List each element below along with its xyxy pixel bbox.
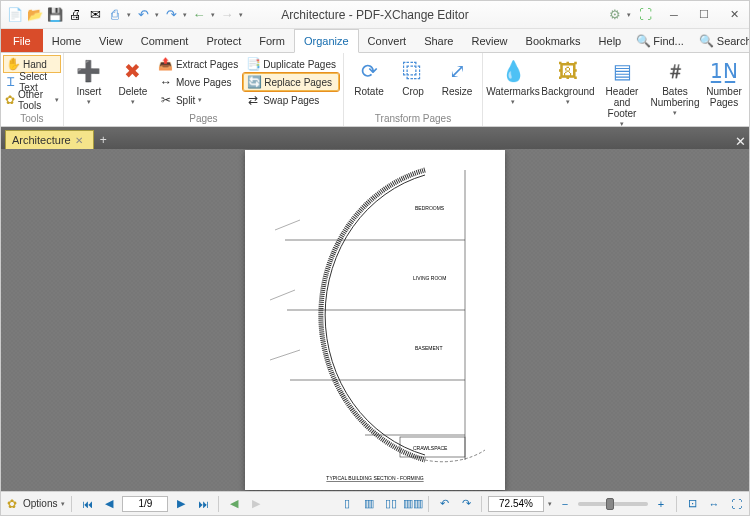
ribbon-tabs: File Home View Comment Protect Form Orga…	[1, 29, 749, 53]
back-icon[interactable]: ←	[191, 7, 207, 23]
room-label: BASEMENT	[415, 345, 443, 351]
close-button[interactable]: ✕	[719, 5, 749, 25]
background-button[interactable]: 🖼Background▾	[541, 55, 595, 106]
watermarks-button[interactable]: 💧Watermarks▾	[487, 55, 539, 106]
rotate-cw-button[interactable]: ↷	[457, 495, 475, 513]
two-page-view-button[interactable]: ▯▯	[382, 495, 400, 513]
redo-icon[interactable]: ↷	[163, 7, 179, 23]
options-gear-icon[interactable]: ✿	[5, 497, 19, 511]
email-icon[interactable]: ✉	[87, 7, 103, 23]
crop-button[interactable]: ⿻Crop	[392, 55, 434, 97]
tab-convert[interactable]: Convert	[359, 29, 416, 52]
hand-label: Hand	[23, 59, 47, 70]
minimize-button[interactable]: ─	[659, 5, 689, 25]
launch-icon[interactable]: ⛶	[637, 7, 653, 23]
other-label: Other Tools	[18, 89, 52, 111]
swap-pages-button[interactable]: ⇄Swap Pages	[243, 91, 339, 109]
ui-options-icon[interactable]: ⚙	[607, 7, 623, 23]
last-page-button[interactable]: ⏭	[194, 495, 212, 513]
tab-close-icon[interactable]: ✕	[75, 135, 83, 146]
replace-pages-button[interactable]: 🔄Replace Pages	[243, 73, 339, 91]
page-input[interactable]	[122, 496, 168, 512]
first-page-button[interactable]: ⏮	[78, 495, 96, 513]
nav-forward-button[interactable]: ▶	[247, 495, 265, 513]
redo-dropdown-icon[interactable]: ▾	[183, 11, 187, 19]
tab-home[interactable]: Home	[43, 29, 90, 52]
split-button[interactable]: ✂Split▾	[156, 91, 241, 109]
zoom-input[interactable]	[488, 496, 544, 512]
forward-dropdown-icon[interactable]: ▾	[239, 11, 243, 19]
print-icon[interactable]: 🖨	[67, 7, 83, 23]
watermarks-icon: 💧	[499, 57, 527, 85]
number-label: Number Pages	[706, 86, 742, 108]
open-icon[interactable]: 📂	[27, 7, 43, 23]
split-icon: ✂	[159, 93, 173, 107]
zoom-in-button[interactable]: +	[652, 495, 670, 513]
number-icon: 1̲N̲	[710, 57, 738, 85]
continuous-view-button[interactable]: ▥	[360, 495, 378, 513]
extract-pages-button[interactable]: 📤Extract Pages	[156, 55, 241, 73]
ui-options-dropdown-icon[interactable]: ▾	[627, 11, 631, 19]
find-icon: 🔍	[636, 34, 650, 48]
save-icon[interactable]: 💾	[47, 7, 63, 23]
next-page-button[interactable]: ▶	[172, 495, 190, 513]
background-label: Background	[541, 86, 594, 97]
delete-button[interactable]: ✖Delete▾	[112, 55, 154, 106]
forward-icon[interactable]: →	[219, 7, 235, 23]
tools-group: ✋Hand ᏆSelect Text ✿Other Tools▾ Tools	[1, 53, 64, 126]
tab-review[interactable]: Review	[462, 29, 516, 52]
bates-button[interactable]: #️Bates Numbering▾	[649, 55, 701, 117]
other-tools-button[interactable]: ✿Other Tools▾	[3, 91, 61, 109]
rotate-ccw-button[interactable]: ↶	[435, 495, 453, 513]
close-all-tabs-icon[interactable]: ✕	[731, 134, 749, 149]
search-button[interactable]: 🔍Search...	[694, 34, 750, 48]
tab-form[interactable]: Form	[250, 29, 294, 52]
tab-organize[interactable]: Organize	[294, 29, 359, 53]
find-button[interactable]: 🔍Find...	[630, 34, 690, 48]
zoom-slider[interactable]	[578, 502, 648, 506]
header-footer-icon: ▤	[608, 57, 636, 85]
document-viewport[interactable]: BEDROOMS LIVING ROOM BASEMENT CRAWLSPACE…	[1, 149, 749, 491]
nav-back-button[interactable]: ◀	[225, 495, 243, 513]
move-label: Move Pages	[176, 77, 232, 88]
rotate-button[interactable]: ⟳Rotate	[348, 55, 390, 97]
single-page-view-button[interactable]: ▯	[338, 495, 356, 513]
tab-share[interactable]: Share	[415, 29, 462, 52]
document-tab[interactable]: Architecture✕	[5, 130, 94, 149]
tab-protect[interactable]: Protect	[197, 29, 250, 52]
options-button[interactable]: Options	[23, 498, 57, 509]
two-continuous-view-button[interactable]: ▥▥	[404, 495, 422, 513]
tab-help[interactable]: Help	[590, 29, 631, 52]
prev-page-button[interactable]: ◀	[100, 495, 118, 513]
tab-comment[interactable]: Comment	[132, 29, 198, 52]
new-tab-button[interactable]: +	[94, 131, 113, 149]
scan-icon[interactable]: ⎙	[107, 7, 123, 23]
drawing-caption: TYPICAL BUILDING SECTION - FORMING	[326, 475, 423, 481]
qat-dropdown-icon[interactable]: ▾	[127, 11, 131, 19]
fit-page-button[interactable]: ⊡	[683, 495, 701, 513]
header-footer-button[interactable]: ▤Header and Footer▾	[597, 55, 647, 128]
architectural-drawing: BEDROOMS LIVING ROOM BASEMENT CRAWLSPACE…	[245, 150, 505, 490]
fullscreen-button[interactable]: ⛶	[727, 495, 745, 513]
resize-button[interactable]: ⤢Resize	[436, 55, 478, 97]
back-dropdown-icon[interactable]: ▾	[211, 11, 215, 19]
move-pages-button[interactable]: ↔Move Pages	[156, 73, 241, 91]
chevron-down-icon: ▾	[566, 98, 570, 106]
maximize-button[interactable]: ☐	[689, 5, 719, 25]
swap-icon: ⇄	[246, 93, 260, 107]
tab-bookmarks[interactable]: Bookmarks	[517, 29, 590, 52]
undo-icon[interactable]: ↶	[135, 7, 151, 23]
duplicate-pages-button[interactable]: 📑Duplicate Pages	[243, 55, 339, 73]
file-tab[interactable]: File	[1, 29, 43, 52]
tab-view[interactable]: View	[90, 29, 132, 52]
options-dropdown-icon[interactable]: ▾	[61, 500, 65, 508]
zoom-out-button[interactable]: −	[556, 495, 574, 513]
resize-label: Resize	[442, 86, 473, 97]
undo-dropdown-icon[interactable]: ▾	[155, 11, 159, 19]
insert-button[interactable]: ➕Insert▾	[68, 55, 110, 106]
fit-width-button[interactable]: ↔	[705, 495, 723, 513]
zoom-dropdown-icon[interactable]: ▾	[548, 500, 552, 508]
titlebar: 📄 📂 💾 🖨 ✉ ⎙ ▾ ↶ ▾ ↷ ▾ ← ▾ → ▾ Architectu…	[1, 1, 749, 29]
number-pages-button[interactable]: 1̲N̲Number Pages	[703, 55, 745, 108]
zoom-thumb[interactable]	[606, 498, 614, 510]
